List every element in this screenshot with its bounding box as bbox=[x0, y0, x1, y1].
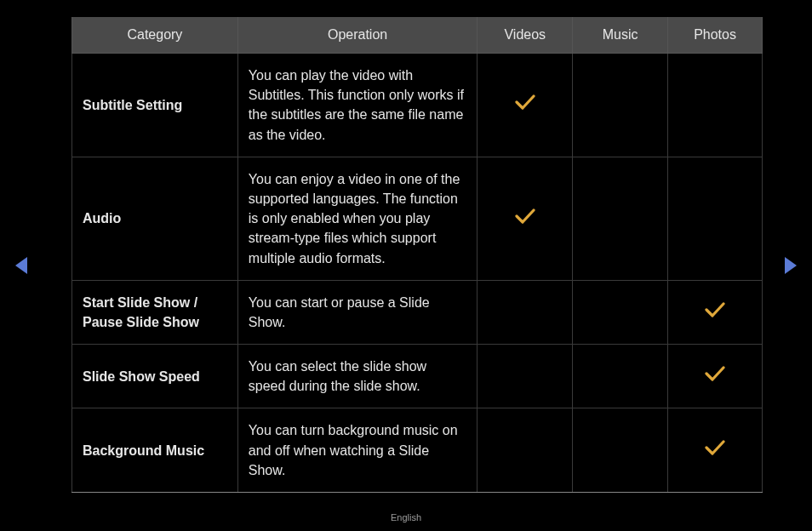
photos-cell bbox=[668, 280, 763, 344]
table-row: AudioYou can enjoy a video in one of the… bbox=[72, 157, 763, 280]
table-row: Background MusicYou can turn background … bbox=[72, 408, 763, 493]
music-cell bbox=[573, 54, 668, 157]
check-icon bbox=[705, 302, 725, 317]
footer-language: English bbox=[0, 512, 812, 522]
feature-table: Category Operation Videos Music Photos S… bbox=[71, 17, 763, 493]
category-cell: Background Music bbox=[72, 408, 238, 493]
prev-page-arrow[interactable] bbox=[15, 257, 27, 274]
videos-cell bbox=[477, 54, 573, 157]
table-row: Start Slide Show / Pause Slide ShowYou c… bbox=[72, 280, 763, 344]
music-cell bbox=[573, 157, 668, 280]
operation-cell: You can turn background music on and off… bbox=[237, 408, 477, 493]
music-cell bbox=[573, 345, 668, 408]
photos-cell bbox=[668, 54, 763, 157]
check-icon bbox=[705, 366, 725, 381]
photos-cell bbox=[668, 345, 763, 408]
videos-cell bbox=[477, 408, 573, 493]
table-row: Slide Show SpeedYou can select the slide… bbox=[72, 345, 763, 408]
header-operation: Operation bbox=[237, 17, 477, 54]
check-icon bbox=[705, 440, 725, 455]
check-icon bbox=[515, 208, 535, 224]
videos-cell bbox=[477, 345, 573, 408]
next-page-arrow[interactable] bbox=[785, 257, 797, 274]
operation-cell: You can enjoy a video in one of the supp… bbox=[237, 157, 477, 280]
music-cell bbox=[573, 408, 668, 493]
photos-cell bbox=[668, 157, 763, 280]
check-icon bbox=[515, 94, 535, 110]
category-cell: Audio bbox=[72, 157, 238, 280]
videos-cell bbox=[477, 280, 573, 344]
category-cell: Subtitle Setting bbox=[72, 54, 238, 157]
operation-cell: You can play the video with Subtitles. T… bbox=[237, 54, 477, 157]
photos-cell bbox=[668, 408, 763, 493]
header-music: Music bbox=[573, 17, 668, 54]
category-cell: Start Slide Show / Pause Slide Show bbox=[72, 280, 238, 344]
header-videos: Videos bbox=[477, 17, 573, 54]
operation-cell: You can select the slide show speed duri… bbox=[237, 345, 477, 408]
videos-cell bbox=[477, 157, 573, 280]
table-row: Subtitle SettingYou can play the video w… bbox=[72, 54, 763, 157]
music-cell bbox=[573, 280, 668, 344]
manual-page: Category Operation Videos Music Photos S… bbox=[0, 0, 812, 531]
header-category: Category bbox=[72, 17, 238, 54]
table-header-row: Category Operation Videos Music Photos bbox=[72, 17, 763, 54]
header-photos: Photos bbox=[668, 17, 763, 54]
operation-cell: You can start or pause a Slide Show. bbox=[237, 280, 477, 344]
category-cell: Slide Show Speed bbox=[72, 345, 238, 408]
